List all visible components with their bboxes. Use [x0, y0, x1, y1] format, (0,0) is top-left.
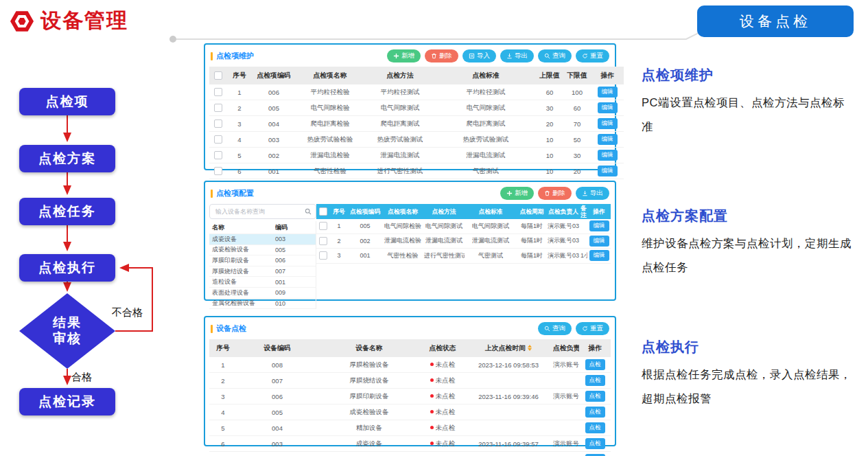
row-checkbox[interactable] [214, 104, 222, 112]
row-checkbox[interactable] [319, 237, 327, 245]
export-button[interactable]: 导出 [576, 187, 609, 200]
table-cell: 电气间隙测试 [465, 219, 517, 233]
table-cell: 30 [563, 148, 591, 163]
sort-icon[interactable] [528, 345, 532, 351]
table-cell: 6 [209, 436, 237, 452]
table-cell: 2 [209, 373, 237, 389]
row-checkbox[interactable] [214, 88, 222, 96]
delete-button[interactable]: 删除 [425, 49, 458, 62]
row-checkbox[interactable] [214, 151, 222, 159]
inspect-button[interactable]: 点检 [585, 391, 605, 402]
edit-button[interactable]: 编辑 [589, 220, 609, 231]
row-checkbox[interactable] [319, 207, 327, 216]
table-cell: 2023-11-16 09:39:46 [465, 389, 552, 404]
table-cell: 演示账号03 [552, 357, 579, 373]
export-button[interactable]: 导出 [500, 49, 534, 62]
device-list-item[interactable]: 成瓷检验设备005 [209, 245, 316, 256]
table-row: 5004精加设备未点检点检 [209, 420, 611, 436]
trash-icon [431, 53, 437, 59]
inspect-button[interactable]: 点检 [585, 359, 605, 370]
table-cell: 演示账号03 [547, 219, 580, 233]
edit-button[interactable]: 编辑 [598, 166, 618, 176]
table-cell: 10 [536, 148, 563, 163]
import-button[interactable]: 导入 [462, 49, 496, 62]
toolbar: 新增删除导出 [500, 187, 609, 200]
device-list-item[interactable]: 造粒设备001 [209, 277, 316, 288]
column-header: 上次点检时间 [465, 339, 552, 357]
device-list-item[interactable]: 厚膜烧结设备007 [209, 266, 316, 277]
status-badge: 未点检 [421, 420, 465, 436]
table-cell: 进行气密性测试 [423, 249, 465, 264]
edit-button[interactable]: 编辑 [598, 134, 618, 145]
table-row: 2007厚膜烧结设备未点检点检 [209, 373, 611, 389]
table-cell: 2 [227, 100, 252, 116]
table-row: 3004爬电距离检验爬电距离测试爬电距离测试2070编辑 [209, 116, 624, 132]
table-cell: 气密性检验 [296, 163, 364, 179]
row-checkbox[interactable] [214, 71, 222, 80]
device-list-item[interactable]: 表面处理设备009 [209, 288, 316, 299]
title-accent-bar [211, 190, 213, 198]
device-list-pane: 名称编码成瓷设备003成瓷检验设备005厚膜印刷设备006厚膜烧结设备007造粒… [209, 204, 316, 309]
inspect-button[interactable]: 点检 [585, 438, 605, 449]
device-search-input[interactable] [214, 207, 305, 216]
table-cell: 001 [252, 163, 296, 179]
table-row: 2005电气间隙检验电气间隙测试电气间隙测试3060编辑 [209, 100, 624, 116]
edit-button[interactable]: 编辑 [598, 118, 618, 129]
table-cell: 2023-11-16 09:39:57 [465, 436, 552, 452]
column-header: 点检方法 [423, 204, 465, 219]
row-checkbox[interactable] [214, 167, 222, 175]
query-button[interactable]: 查询 [538, 322, 572, 335]
flow-step-inspection-execute: 点检执行 [19, 254, 115, 282]
delete-button[interactable]: 删除 [538, 187, 572, 200]
export-icon [582, 190, 588, 196]
device-list-item[interactable]: 厚膜印刷设备006 [209, 255, 316, 266]
row-checkbox[interactable] [214, 135, 222, 144]
add-button[interactable]: 新增 [500, 187, 534, 200]
column-header: 点检标准 [465, 204, 517, 219]
table-row: 7002干压设备未点检点检 [209, 452, 611, 456]
table-cell: 4 [209, 404, 237, 420]
edit-button[interactable]: 编辑 [598, 87, 618, 98]
inspect-button[interactable]: 点检 [585, 407, 605, 418]
edit-button[interactable]: 编辑 [598, 102, 618, 113]
inspect-button[interactable]: 点检 [585, 422, 605, 433]
table-cell: 电气间隙检验 [296, 100, 364, 116]
edit-button[interactable]: 编辑 [589, 250, 609, 261]
nav-button-equipment-inspection[interactable]: 设备点检 [697, 5, 854, 37]
reset-button[interactable]: 重置 [576, 322, 609, 335]
edit-button[interactable]: 编辑 [598, 150, 618, 161]
table-cell: 002 [348, 233, 382, 249]
row-checkbox[interactable] [319, 251, 327, 260]
table-cell [552, 420, 579, 436]
column-header: 上限值 [536, 67, 563, 84]
panel-inspection-plan-config: 点检项配置 新增删除导出 名称编码成瓷设备003成瓷检验设备005厚膜印刷设备0… [204, 181, 616, 301]
table-cell: 泄漏电流检验 [296, 148, 364, 163]
plan-table-pane: 序号点检项编码点检项名称点检方法点检标准点检周期点检负责人备注操作1005电气间… [316, 204, 611, 309]
device-list-item[interactable]: 金属化检验设备010 [209, 299, 316, 310]
column-header: 点检方法 [364, 67, 436, 84]
table-cell: 005 [237, 404, 318, 420]
status-badge: 未点检 [421, 452, 465, 456]
table-cell: 泄漏电流测试 [364, 148, 436, 163]
table-cell: 热疲劳试验测试 [436, 132, 536, 148]
table-cell: 厚膜检验设备 [318, 357, 421, 373]
query-button[interactable]: 查询 [538, 49, 572, 62]
row-checkbox[interactable] [319, 222, 327, 230]
device-list-item[interactable]: 成瓷设备003 [209, 234, 316, 245]
table-cell: 002 [252, 148, 296, 163]
table-cell [552, 404, 579, 420]
table-cell: 001 [348, 249, 382, 264]
column-header: 设备名称 [318, 339, 421, 357]
inspect-button[interactable]: 点检 [585, 375, 605, 386]
status-dot-icon [430, 394, 434, 398]
table-cell: 泄漏电流测试 [423, 233, 465, 249]
flow-step-inspection-record: 点检记录 [19, 388, 115, 415]
column-header: 点检项名称 [382, 204, 423, 219]
edit-button[interactable]: 编辑 [589, 236, 609, 247]
plus-icon [506, 190, 513, 196]
add-button[interactable]: 新增 [387, 49, 421, 62]
reset-button[interactable]: 重置 [576, 49, 609, 62]
table-cell: 60 [536, 84, 563, 100]
row-checkbox[interactable] [214, 119, 222, 128]
table-row: 5002泄漏电流检验泄漏电流测试泄漏电流测试1030编辑 [209, 148, 624, 163]
